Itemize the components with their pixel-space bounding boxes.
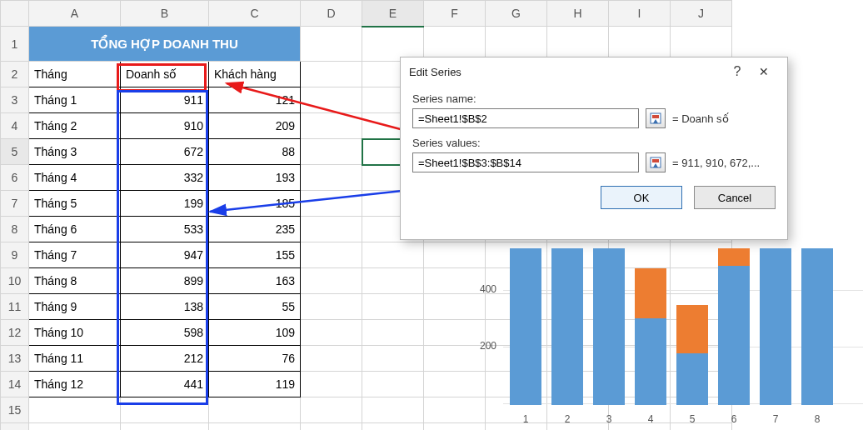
col-header-B[interactable]: B — [121, 1, 209, 27]
cell-rev[interactable]: 441 — [121, 372, 209, 398]
cell-month[interactable]: Tháng 10 — [29, 320, 121, 346]
x-tick: 7 — [760, 413, 791, 425]
chart-bar[interactable] — [676, 305, 708, 405]
cell-month[interactable]: Tháng 6 — [29, 217, 121, 242]
header-khachhang[interactable]: Khách hàng — [209, 62, 301, 88]
row-header-11[interactable]: 11 — [1, 294, 29, 320]
cell-month[interactable]: Tháng 12 — [29, 372, 121, 398]
cell-cust[interactable]: 109 — [209, 320, 301, 346]
row-header-10[interactable]: 10 — [1, 268, 29, 294]
chart-bar[interactable] — [551, 248, 583, 405]
series-name-preview: = Doanh số — [672, 112, 729, 125]
edit-series-dialog: Edit Series ? ✕ Series name: = Doanh số … — [400, 57, 788, 240]
chart-bar[interactable] — [801, 248, 833, 405]
cell-rev[interactable]: 199 — [121, 191, 209, 217]
cell-month[interactable]: Tháng 5 — [29, 191, 121, 217]
col-header-A[interactable]: A — [29, 1, 121, 27]
x-tick: 2 — [551, 413, 583, 425]
col-header-I[interactable]: I — [609, 1, 671, 27]
stacked-bar-chart[interactable]: 400 200 12345678 — [466, 247, 866, 428]
row-header-3[interactable]: 3 — [1, 88, 29, 113]
collapse-range-icon[interactable] — [646, 152, 666, 172]
series-values-preview: = 911, 910, 672,... — [672, 157, 760, 169]
row-header-14[interactable]: 14 — [1, 372, 29, 398]
cell-month[interactable]: Tháng 9 — [29, 294, 121, 320]
cell-rev[interactable]: 138 — [121, 294, 209, 320]
y-tick-200: 200 — [466, 340, 496, 352]
row-header-6[interactable]: 6 — [1, 165, 29, 191]
cell-month[interactable]: Tháng 1 — [29, 88, 121, 113]
row-header-16[interactable]: 16 — [1, 423, 29, 431]
cell-cust[interactable]: 163 — [209, 268, 301, 294]
header-thang[interactable]: Tháng — [29, 62, 121, 88]
cell-rev[interactable]: 212 — [121, 346, 209, 372]
cell-month[interactable]: Tháng 2 — [29, 113, 121, 139]
cell-cust[interactable]: 88 — [209, 139, 301, 165]
dialog-title: Edit Series — [409, 66, 726, 78]
cell-month[interactable]: Tháng 4 — [29, 165, 121, 191]
cell-rev[interactable]: 910 — [121, 113, 209, 139]
cell-month[interactable]: Tháng 11 — [29, 346, 121, 372]
cell-month[interactable]: Tháng 3 — [29, 139, 121, 165]
dialog-close-button[interactable]: ✕ — [749, 65, 779, 78]
cell-rev[interactable]: 911 — [121, 88, 209, 113]
col-header-C[interactable]: C — [209, 1, 301, 27]
col-header-H[interactable]: H — [547, 1, 609, 27]
svg-rect-5 — [652, 159, 659, 162]
chart-bar[interactable] — [718, 248, 750, 405]
cell-rev[interactable]: 533 — [121, 217, 209, 242]
row-header-1[interactable]: 1 — [1, 27, 29, 62]
cell-rev[interactable]: 672 — [121, 139, 209, 165]
x-tick: 8 — [801, 413, 833, 425]
dialog-help-button[interactable]: ? — [726, 64, 749, 79]
cell-rev[interactable]: 947 — [121, 242, 209, 268]
cell-month[interactable]: Tháng 7 — [29, 242, 121, 268]
row-header-13[interactable]: 13 — [1, 346, 29, 372]
cell-cust[interactable]: 193 — [209, 165, 301, 191]
chart-bar[interactable] — [760, 248, 791, 405]
series-name-label: Series name: — [412, 92, 776, 105]
cell-rev[interactable]: 598 — [121, 320, 209, 346]
cell-cust[interactable]: 155 — [209, 242, 301, 268]
cell-cust[interactable]: 185 — [209, 191, 301, 217]
col-header-E[interactable]: E — [362, 1, 424, 27]
title-cell[interactable]: TỔNG HỢP DOANH THU — [29, 27, 301, 62]
cell-rev[interactable]: 332 — [121, 165, 209, 191]
row-header-15[interactable]: 15 — [1, 398, 29, 423]
x-tick: 4 — [635, 413, 666, 425]
col-header-G[interactable]: G — [486, 1, 547, 27]
col-header-D[interactable]: D — [301, 1, 362, 27]
x-tick: 5 — [676, 413, 708, 425]
row-header-12[interactable]: 12 — [1, 320, 29, 346]
cell-cust[interactable]: 209 — [209, 113, 301, 139]
row-header-8[interactable]: 8 — [1, 217, 29, 242]
cell-cust[interactable]: 121 — [209, 88, 301, 113]
corner-cell[interactable] — [1, 1, 29, 27]
row-header-9[interactable]: 9 — [1, 242, 29, 268]
row-header-5[interactable]: 5 — [1, 139, 29, 165]
series-values-label: Series values: — [412, 137, 776, 149]
col-header-F[interactable]: F — [424, 1, 486, 27]
header-doanhso[interactable]: Doanh số — [121, 62, 209, 88]
col-header-J[interactable]: J — [671, 1, 732, 27]
row-header-4[interactable]: 4 — [1, 113, 29, 139]
chart-bar[interactable] — [510, 248, 541, 405]
cancel-button[interactable]: Cancel — [694, 186, 776, 209]
chart-bar[interactable] — [635, 268, 666, 405]
chart-bar[interactable] — [593, 248, 625, 405]
collapse-range-icon[interactable] — [646, 108, 666, 128]
series-values-input[interactable] — [412, 152, 639, 172]
x-tick: 1 — [510, 413, 541, 425]
ok-button[interactable]: OK — [601, 186, 682, 209]
row-header-7[interactable]: 7 — [1, 191, 29, 217]
cell-cust[interactable]: 235 — [209, 217, 301, 242]
svg-rect-3 — [652, 115, 659, 118]
cell-month[interactable]: Tháng 8 — [29, 268, 121, 294]
cell-cust[interactable]: 76 — [209, 346, 301, 372]
y-tick-400: 400 — [466, 283, 496, 295]
series-name-input[interactable] — [412, 108, 639, 128]
row-header-2[interactable]: 2 — [1, 62, 29, 88]
cell-rev[interactable]: 899 — [121, 268, 209, 294]
cell-cust[interactable]: 119 — [209, 372, 301, 398]
cell-cust[interactable]: 55 — [209, 294, 301, 320]
